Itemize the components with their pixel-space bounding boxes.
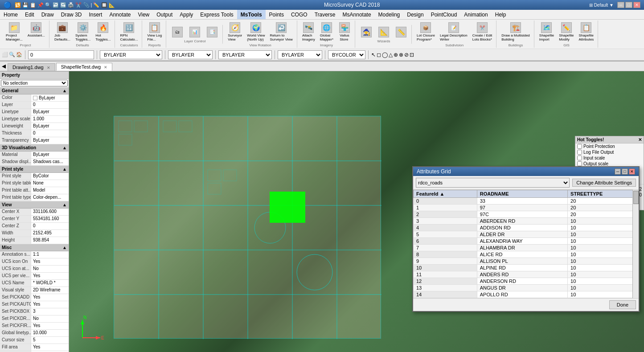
- surveyor-view-button[interactable]: 🧭 SurveyorView: [226, 21, 244, 43]
- system-toggles-button[interactable]: ⚙️ SystemToggles...: [73, 21, 93, 43]
- layer-dropdown[interactable]: BYLAYER: [100, 50, 162, 59]
- selection-dropdown[interactable]: No selection: [1, 80, 68, 86]
- draw-building-button[interactable]: 🏗️ Draw a MultisidedBuilding: [499, 21, 532, 43]
- menu-annotate[interactable]: Annotate: [106, 10, 134, 19]
- section-general[interactable]: General▲: [0, 87, 69, 94]
- hot-toggle-checkbox-pp[interactable]: [577, 144, 582, 149]
- menu-edit[interactable]: Edit: [21, 10, 38, 19]
- draw-tool-8[interactable]: ⊡: [410, 52, 414, 58]
- prop-lineweight: Lineweight ByLayer: [0, 123, 69, 130]
- rpn-calculator-button[interactable]: 🔢 RPNCalculato...: [118, 21, 140, 43]
- col-featureid[interactable]: FeatureId ▲: [414, 190, 477, 198]
- menu-animation[interactable]: Animation: [460, 10, 491, 19]
- menu-draw[interactable]: Draw: [38, 10, 57, 19]
- section-print-style[interactable]: Print style▲: [0, 166, 69, 173]
- change-attribute-settings-button[interactable]: Change Attribute Settings: [572, 179, 636, 187]
- prop-linetype: Linetype ByLayer: [0, 109, 69, 116]
- global-mapper-button[interactable]: 🌐 GlobalMapper*: [318, 21, 336, 43]
- menu-mstools[interactable]: MsTools: [237, 10, 266, 19]
- color-dropdown[interactable]: BYLAYER: [168, 50, 213, 59]
- section-3d-vis[interactable]: 3D Visualisation▲: [0, 144, 69, 151]
- return-surveyor-icon: ↩️: [276, 22, 287, 33]
- wizard-btn3[interactable]: 📏: [393, 25, 410, 39]
- hot-toggle-checkbox-lf[interactable]: [577, 150, 582, 155]
- attr-grid-minimize[interactable]: ─: [615, 168, 621, 175]
- job-defaults-button[interactable]: 💼 JobDefaults...: [52, 21, 73, 43]
- hot-toggles-close[interactable]: ✕: [638, 137, 642, 142]
- menu-help[interactable]: Help: [492, 10, 510, 19]
- attr-layer-dropdown[interactable]: rdco_roads: [416, 178, 570, 188]
- menu-pointcloud[interactable]: PointCloud: [427, 10, 461, 19]
- project-manager-button[interactable]: 📁 ProjectManager...: [4, 21, 25, 43]
- draw-tool-3[interactable]: ◯: [382, 52, 388, 58]
- create-edit-lots-button[interactable]: ✂️ Create / EditLots Blocks*: [470, 21, 494, 43]
- attr-scrollbar[interactable]: [632, 190, 639, 298]
- col-streettype[interactable]: STREETTYPE: [568, 190, 639, 198]
- done-button[interactable]: Done: [609, 300, 636, 309]
- menu-output[interactable]: Output: [153, 10, 176, 19]
- valtus-store-button[interactable]: 🏪 ValtusStore: [336, 21, 353, 43]
- menu-cogo[interactable]: COGO: [287, 10, 311, 19]
- maximize-button[interactable]: □: [625, 2, 632, 8]
- hot-toggles-button[interactable]: 🔥 HotToggles...: [93, 21, 113, 43]
- wizard-btn1[interactable]: 🧙: [358, 25, 375, 39]
- tab-shapefile-close[interactable]: ✕: [104, 65, 107, 70]
- attach-imagery-button[interactable]: 🛰️ AttachImagery: [300, 21, 317, 43]
- menu-view[interactable]: View: [134, 10, 153, 19]
- cell-streettype: 20: [568, 211, 639, 218]
- draw-tool-7[interactable]: ⊘: [404, 52, 409, 58]
- bycolor-dropdown[interactable]: BYCOLOR: [328, 50, 365, 59]
- tab-nav-left[interactable]: ◂: [2, 61, 6, 71]
- linetype-dropdown[interactable]: BYLAYER: [218, 50, 272, 59]
- legal-description-button[interactable]: 📝 Legal DescriptionWriter: [438, 21, 470, 43]
- hot-toggle-checkbox-is[interactable]: [577, 156, 582, 160]
- cell-featureid: 1: [414, 205, 477, 211]
- draw-tool-2[interactable]: ◻: [377, 52, 381, 58]
- tab-drawing1[interactable]: Drawing1.dwg ✕: [8, 63, 55, 71]
- sep4: [215, 50, 216, 59]
- shapefile-attributes-button[interactable]: 📋 ShapefileAttributes: [577, 21, 596, 43]
- return-to-surveyor-button[interactable]: ↩️ Return toSurveyor View: [267, 21, 295, 43]
- layer-control-btn1[interactable]: 🗂: [169, 25, 186, 39]
- menu-points[interactable]: Points: [266, 10, 287, 19]
- profile-selector[interactable]: ⊞ Default ▼: [589, 3, 614, 8]
- draw-tool-6[interactable]: ⊗: [399, 52, 403, 58]
- tab-drawing1-close[interactable]: ✕: [47, 65, 50, 70]
- tab-shapefile[interactable]: ShapefileTest.dwg ✕: [56, 63, 112, 71]
- minimize-button[interactable]: ─: [617, 2, 624, 8]
- wizard-btn2[interactable]: 📐: [375, 25, 392, 39]
- draw-tool-1[interactable]: ↖: [371, 52, 376, 58]
- world-view-button[interactable]: 🌍 World View(North Up): [245, 21, 267, 43]
- col-roadname[interactable]: ROADNAME: [477, 190, 567, 198]
- lot-closure-button[interactable]: 📦 Lot ClosureProgram*: [414, 21, 437, 43]
- layer-control-btn2[interactable]: 📊: [186, 25, 203, 39]
- menu-home[interactable]: Home: [0, 10, 21, 19]
- section-misc[interactable]: Misc▲: [0, 244, 69, 251]
- menu-msannotate[interactable]: MsAnnotate: [339, 10, 375, 19]
- draw-tool-4[interactable]: △: [389, 52, 393, 58]
- shapefile-modify-button[interactable]: ✏️ ShapefileModify: [557, 21, 576, 43]
- hot-toggle-checkbox-os[interactable]: [577, 161, 582, 166]
- coord-input[interactable]: [28, 50, 94, 59]
- assistant-button[interactable]: 🤖 Assistant...: [25, 21, 47, 43]
- layer-control-btn3[interactable]: 📑: [204, 25, 221, 39]
- attr-grid-maximize[interactable]: □: [622, 168, 628, 175]
- menu-expresstools[interactable]: Express Tools: [197, 10, 237, 19]
- close-button[interactable]: ✕: [633, 2, 640, 8]
- section-view[interactable]: View▲: [0, 201, 69, 209]
- menu-traverse[interactable]: Traverse: [311, 10, 339, 19]
- menu-apply[interactable]: Apply: [176, 10, 197, 19]
- attr-grid-close[interactable]: ✕: [629, 168, 635, 175]
- attr-table-wrapper[interactable]: FeatureId ▲ ROADNAME STREETTYPE 03320197…: [413, 190, 639, 298]
- view-log-file-button[interactable]: 📋 View LogFile...: [145, 21, 164, 43]
- draw-tool-5[interactable]: ⊕: [394, 52, 398, 58]
- menu-modeling[interactable]: Modeling: [375, 10, 404, 19]
- attr-scrollbar-thumb[interactable]: [633, 191, 639, 204]
- menu-draw3d[interactable]: Draw 3D: [57, 10, 86, 19]
- lineweight-dropdown[interactable]: BYLAYER: [278, 50, 322, 59]
- menu-design[interactable]: Design: [403, 10, 427, 19]
- shapefile-import-button[interactable]: 🗺️ ShapefileImport: [537, 21, 556, 43]
- menu-insert[interactable]: Insert: [85, 10, 106, 19]
- hot-toggle-log-file: Log File Output: [575, 149, 644, 155]
- view-log-icon: 📋: [149, 22, 160, 33]
